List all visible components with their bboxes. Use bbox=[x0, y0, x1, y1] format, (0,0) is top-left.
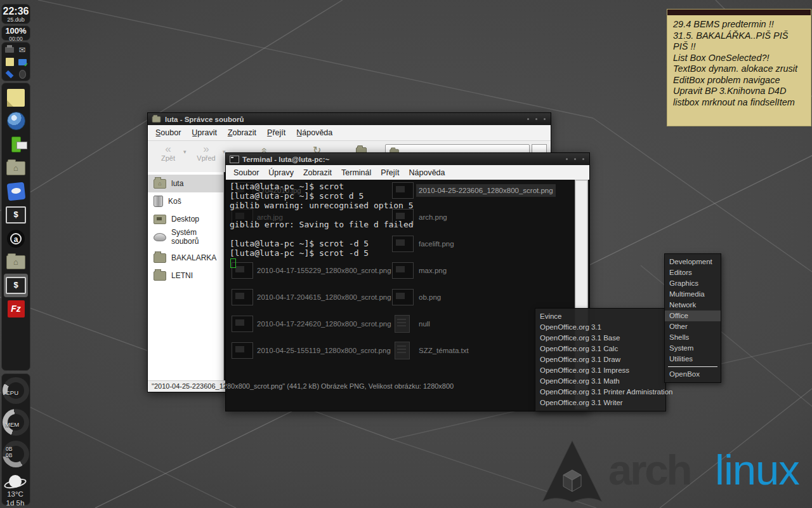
sidebar-item-trash[interactable]: Koš bbox=[148, 192, 223, 210]
note-line: TextBox dynam. alokace zrusit bbox=[673, 64, 805, 75]
categories-menu: Development Editors Graphics Multimedia … bbox=[664, 253, 721, 383]
menu-soubor[interactable]: S̲oubor bbox=[155, 128, 181, 137]
menu-napoveda[interactable]: N̲ápověda bbox=[296, 128, 332, 137]
maximize-button[interactable] bbox=[574, 158, 576, 160]
tray-bug-icon[interactable] bbox=[16, 68, 29, 80]
clock-time: 22:36 bbox=[2, 6, 30, 17]
window-buttons bbox=[527, 118, 546, 120]
sticky-note[interactable]: 29.4 BEMS predtermin !! 31.5. BAKALÁŘKA.… bbox=[667, 9, 811, 126]
note-line: EditBox problem navigace bbox=[673, 75, 805, 86]
logo-linux-text: linux bbox=[715, 438, 799, 502]
menu-item-utilities[interactable]: Utilities bbox=[665, 354, 721, 364]
logo-arch-text: arch bbox=[608, 438, 691, 502]
sidebar-item-letni[interactable]: LETNI bbox=[148, 267, 223, 284]
menu-item-openoffice[interactable]: OpenOffice.org 3.1 bbox=[535, 322, 665, 333]
maximize-button[interactable] bbox=[535, 118, 537, 120]
menu-terminal[interactable]: Terminál bbox=[341, 168, 371, 177]
note-line: 29.4 BEMS predtermin !! bbox=[673, 19, 805, 30]
tray-mail-icon[interactable]: ✉ bbox=[16, 44, 29, 56]
menu-prejit[interactable]: P̲řejít bbox=[267, 128, 285, 137]
menu-soubor[interactable]: Soubor bbox=[233, 168, 259, 177]
folder-icon bbox=[154, 271, 166, 281]
sidebar-item-filesystem[interactable]: Systém souborů bbox=[148, 228, 223, 246]
terminal-app-icon bbox=[230, 156, 239, 163]
tray-notes-icon[interactable] bbox=[4, 56, 16, 68]
applications-submenu: Evince OpenOffice.org 3.1 OpenOffice.org… bbox=[535, 308, 666, 411]
menu-item-openoffice-draw[interactable]: OpenOffice.org 3.1 Draw bbox=[535, 354, 665, 365]
file-manager-titlebar[interactable]: luta - Správce souborů bbox=[148, 113, 551, 125]
menu-zobrazit[interactable]: Z̲obrazit bbox=[228, 128, 256, 137]
launcher-terminal-active-icon[interactable]: $ bbox=[4, 274, 28, 297]
menu-item-other[interactable]: Other bbox=[665, 321, 721, 332]
terminal-menubar: Soubor Úpravy Zobrazit Terminál Přejít N… bbox=[226, 165, 589, 180]
uptime-label: 1d 5h bbox=[1, 499, 30, 507]
launcher-terminal-icon[interactable]: $ bbox=[4, 203, 28, 227]
menu-item-evince[interactable]: Evince bbox=[535, 311, 665, 322]
menu-item-development[interactable]: Development bbox=[665, 257, 721, 267]
terminal-titlebar[interactable]: Terminal - luta@luta-pc:~ bbox=[226, 153, 589, 165]
note-line: listbox mrknout na findselItem bbox=[673, 97, 805, 109]
iconify-button[interactable] bbox=[527, 118, 529, 120]
menu-upravy[interactable]: Úpravy bbox=[268, 168, 294, 177]
tray-printer-icon[interactable] bbox=[4, 44, 16, 56]
menu-zobrazit[interactable]: Zobrazit bbox=[303, 168, 332, 177]
menu-item-office[interactable]: Office bbox=[665, 311, 721, 321]
menu-item-openoffice-base[interactable]: OpenOffice.org 3.1 Base bbox=[535, 333, 665, 344]
desktop-folder-icon bbox=[154, 215, 166, 224]
launcher-folder-icon[interactable]: ⌂ bbox=[4, 250, 28, 274]
back-button[interactable]: « Zpět bbox=[154, 144, 182, 162]
desktop: 22:36 25.dub 100% 00:00 ✉ ⌂ $ a ⌂ $ Fz C… bbox=[0, 0, 812, 508]
menu-upravit[interactable]: U̲pravit bbox=[192, 128, 217, 137]
network-up-label: 0B bbox=[6, 446, 12, 452]
menu-item-multimedia[interactable]: Multimedia bbox=[665, 289, 721, 300]
sidebar-item-home[interactable]: ⌂luta bbox=[148, 175, 223, 192]
menu-item-openoffice-writer[interactable]: OpenOffice.org 3.1 Writer bbox=[535, 398, 665, 408]
close-button[interactable] bbox=[544, 118, 546, 120]
menu-item-openoffice-calc[interactable]: OpenOffice.org 3.1 Calc bbox=[535, 344, 665, 354]
menu-item-openbox[interactable]: OpenBox bbox=[665, 369, 721, 380]
file-manager-menubar: S̲oubor U̲pravit Z̲obrazit P̲řejít N̲ápo… bbox=[148, 125, 551, 141]
launcher-phone-icon[interactable] bbox=[4, 133, 28, 156]
terminal-cursor bbox=[230, 258, 236, 268]
menu-item-openoffice-impress[interactable]: OpenOffice.org 3.1 Impress bbox=[535, 365, 665, 376]
menu-item-network[interactable]: Network bbox=[665, 300, 721, 311]
sticky-note-titlebar[interactable] bbox=[667, 10, 811, 15]
tray-dropbox-icon[interactable] bbox=[16, 56, 29, 68]
menu-item-editors[interactable]: Editors bbox=[665, 267, 721, 278]
clock-date: 25.dub bbox=[2, 17, 30, 23]
back-icon: « bbox=[154, 144, 182, 154]
note-line: 31.5. BAKALÁŘKA..PIŠ PIŠ PIŠ !! bbox=[673, 30, 805, 53]
menu-item-shells[interactable]: Shells bbox=[665, 332, 721, 343]
launcher-dock: ⌂ $ a ⌂ $ Fz bbox=[1, 83, 30, 371]
launcher-chromium-icon[interactable] bbox=[4, 109, 28, 133]
weather-temp: 13°C bbox=[1, 490, 30, 498]
launcher-notes-icon[interactable] bbox=[4, 86, 28, 109]
tray-cap-icon[interactable] bbox=[4, 68, 16, 80]
menu-item-system[interactable]: System bbox=[665, 343, 721, 354]
forward-button[interactable]: » Vpřed bbox=[191, 144, 221, 162]
background-statusbar-text: "2010-04-25-223606_1280x800_scrot.png" (… bbox=[226, 382, 454, 391]
menu-item-graphics[interactable]: Graphics bbox=[665, 278, 721, 289]
close-button[interactable] bbox=[582, 158, 584, 160]
menu-napoveda[interactable]: Nápověda bbox=[409, 168, 445, 177]
launcher-filezilla-icon[interactable]: Fz bbox=[4, 297, 28, 321]
system-tray: ✉ bbox=[1, 42, 30, 81]
battery-time: 00:00 bbox=[2, 36, 30, 42]
mem-gauge-label: MEM bbox=[5, 421, 19, 428]
back-dropdown-icon[interactable]: ▾ bbox=[183, 149, 187, 155]
menu-item-openoffice-math[interactable]: OpenOffice.org 3.1 Math bbox=[535, 376, 665, 387]
folder-icon bbox=[154, 253, 166, 263]
arch-triangle-icon bbox=[536, 438, 608, 505]
launcher-arch-icon[interactable]: a bbox=[4, 227, 28, 250]
note-line: Upravit BP 3.Knihovna D4D bbox=[673, 86, 805, 97]
menu-item-openoffice-printer-admin[interactable]: OpenOffice.org 3.1 Printer Administratio… bbox=[535, 387, 665, 398]
sidebar-item-desktop[interactable]: Desktop bbox=[148, 210, 223, 228]
iconify-button[interactable] bbox=[566, 158, 568, 160]
menu-prejit[interactable]: Přejít bbox=[381, 168, 399, 177]
launcher-chat-icon[interactable] bbox=[4, 180, 28, 203]
sticky-note-body: 29.4 BEMS predtermin !! 31.5. BAKALÁŘKA.… bbox=[667, 15, 811, 112]
weather-sun-icon bbox=[9, 475, 22, 488]
sidebar-item-bakalarka[interactable]: BAKALARKA bbox=[148, 249, 223, 267]
launcher-home-folder-icon[interactable]: ⌂ bbox=[4, 156, 28, 180]
terminal-output: [luta@luta-pc ~]$ scrot [luta@luta-pc ~]… bbox=[230, 182, 414, 258]
